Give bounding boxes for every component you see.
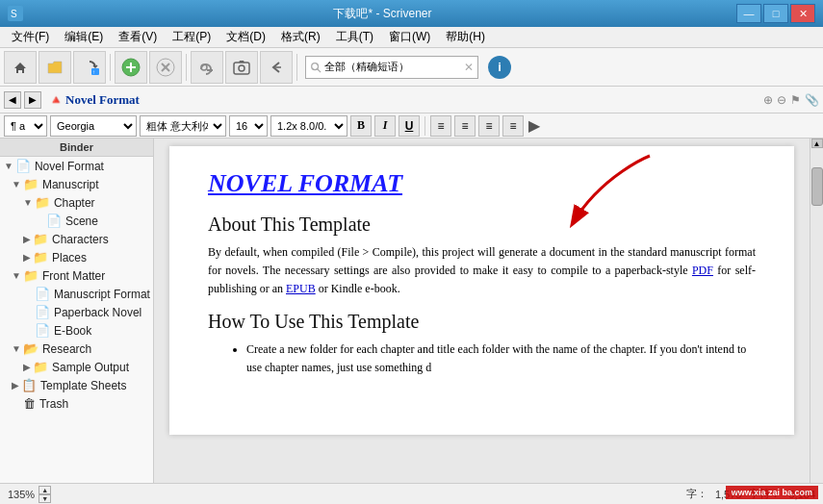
binder-content: ▼ 📄 Novel Format ▼ 📁 Manuscript ▼ 📁 Chap… (0, 157, 153, 483)
icon-ebook: 📄 (35, 323, 50, 338)
caret-places: ▶ (23, 252, 31, 263)
separator-2 (186, 54, 187, 81)
search-input[interactable] (324, 62, 464, 73)
label-trash: Trash (39, 397, 68, 411)
binder-item-manuscript[interactable]: ▼ 📁 Manuscript (0, 175, 153, 193)
info-button[interactable]: i (488, 56, 511, 79)
binder-item-novel-format[interactable]: ▼ 📄 Novel Format (0, 157, 153, 175)
paragraph-style-select[interactable]: ¶ a (4, 115, 47, 137)
zoom-up[interactable]: ▲ (39, 486, 51, 494)
caret-research: ▼ (12, 343, 21, 354)
binder-item-characters[interactable]: ▶ 📁 Characters (0, 230, 153, 248)
editor-area: Novel Format About This Template By defa… (154, 139, 823, 483)
editor-page: Novel Format About This Template By defa… (169, 146, 794, 435)
binder-item-manuscript-format[interactable]: ▼ 📄 Manuscript Format (0, 285, 153, 303)
search-box[interactable]: ✕ (305, 56, 478, 79)
more-button[interactable]: ▶ (528, 116, 540, 135)
icon-front-matter: 📁 (23, 268, 39, 283)
section-body-1: By default, when compiled (File > Compil… (208, 243, 756, 299)
bullet-item-1: Create a new folder for each chapter and… (246, 340, 756, 377)
close-button[interactable]: ✕ (790, 4, 815, 23)
align-center-button[interactable]: ≡ (454, 115, 476, 137)
svg-point-21 (312, 63, 319, 69)
menu-project[interactable]: 工程(P) (165, 27, 219, 47)
menu-window[interactable]: 窗口(W) (381, 27, 438, 47)
underline-button[interactable]: U (399, 115, 420, 137)
link-epub[interactable]: EPUB (286, 282, 316, 295)
font-family-select[interactable]: Georgia (50, 115, 137, 137)
bold-button[interactable]: B (350, 115, 372, 137)
binder-item-sample[interactable]: ▶ 📁 Sample Output (0, 358, 153, 376)
doc-title-display: 🔺 Novel Format (48, 92, 140, 108)
label-novel-format: Novel Format (35, 160, 104, 173)
binder-item-places[interactable]: ▶ 📁 Places (0, 248, 153, 266)
menu-format[interactable]: 格式(R) (273, 27, 328, 47)
font-size-select[interactable]: 16 (229, 115, 268, 137)
nav-prev-button[interactable]: ◀ (4, 91, 21, 109)
align-justify-button[interactable]: ≡ (502, 115, 524, 137)
binder-item-research[interactable]: ▼ 📂 Research (0, 340, 153, 358)
doc-control-4[interactable]: 📎 (805, 93, 819, 107)
zoom-control[interactable]: 135% ▲ ▼ (8, 486, 51, 503)
doc-control-3[interactable]: ⚑ (790, 93, 801, 107)
label-ms-format: Manuscript Format (54, 288, 150, 301)
label-template: Template Sheets (40, 379, 126, 392)
label-places: Places (52, 251, 87, 265)
zoom-down[interactable]: ▼ (39, 494, 51, 503)
menu-tools[interactable]: 工具(T) (328, 27, 381, 47)
menu-file[interactable]: 文件(F) (4, 27, 57, 47)
editor-scroll[interactable]: Novel Format About This Template By defa… (154, 139, 810, 483)
binder-item-ebook[interactable]: ▼ 📄 E-Book (0, 321, 153, 340)
doc-control-1[interactable]: ⊕ (763, 93, 773, 107)
font-weight-select[interactable]: 粗体 意大利体 (140, 115, 226, 137)
binder-item-trash[interactable]: ▼ 🗑 Trash (0, 394, 153, 413)
binder-item-template-sheets[interactable]: ▶ 📋 Template Sheets (0, 376, 153, 394)
icon-manuscript: 📁 (23, 177, 39, 191)
window-title: 下载吧* - Scrivener (29, 6, 736, 22)
menu-edit[interactable]: 编辑(E) (57, 27, 111, 47)
zoom-stepper[interactable]: ▲ ▼ (39, 486, 51, 503)
caret-sample: ▶ (23, 362, 31, 372)
maximize-button[interactable]: □ (763, 4, 788, 23)
menu-view[interactable]: 查看(V) (111, 27, 165, 47)
align-right-button[interactable]: ≡ (478, 115, 500, 137)
binder-item-front-matter[interactable]: ▼ 📁 Front Matter (0, 266, 153, 285)
label-scene: Scene (65, 214, 98, 228)
scrollbar[interactable]: ▲ (810, 139, 823, 483)
icon-ms-format: 📄 (35, 287, 50, 301)
icon-paperback: 📄 (35, 305, 50, 319)
line-spacing-select[interactable]: 1.2x 8.0/0. (270, 115, 347, 137)
icon-chapter: 📁 (35, 195, 50, 210)
caret-front-matter: ▼ (12, 270, 21, 281)
link-pdf[interactable]: PDF (692, 264, 713, 277)
doc-control-2[interactable]: ⊖ (777, 93, 786, 107)
separator-3 (296, 54, 297, 81)
icon-novel-format: 📄 (15, 159, 31, 173)
nav-next-button[interactable]: ▶ (24, 91, 41, 109)
binder-item-scene[interactable]: ▼ 📄 Scene (0, 212, 153, 230)
cancel-button[interactable] (149, 51, 182, 84)
separator-1 (110, 54, 111, 81)
scroll-up[interactable]: ▲ (811, 139, 823, 148)
window-controls[interactable]: — □ ✕ (736, 4, 815, 23)
refresh-button[interactable]: ↑ (73, 51, 106, 84)
doc-controls[interactable]: ⊕ ⊖ ⚑ 📎 (763, 93, 819, 107)
back-button[interactable] (260, 51, 293, 84)
italic-button[interactable]: I (374, 115, 396, 137)
key-button[interactable] (191, 51, 223, 84)
menu-document[interactable]: 文档(D) (219, 27, 273, 47)
search-clear-icon[interactable]: ✕ (464, 61, 474, 74)
home-button[interactable] (4, 51, 37, 84)
menu-help[interactable]: 帮助(H) (438, 27, 493, 47)
binder-panel: Binder ▼ 📄 Novel Format ▼ 📁 Manuscript ▼… (0, 139, 154, 483)
snapshot-button[interactable] (225, 51, 258, 84)
document-title: Novel Format (208, 169, 756, 198)
label-characters: Characters (52, 233, 109, 246)
add-button[interactable] (115, 51, 147, 84)
minimize-button[interactable]: — (736, 4, 761, 23)
binder-item-chapter[interactable]: ▼ 📁 Chapter (0, 193, 153, 212)
binder-item-paperback[interactable]: ▼ 📄 Paperback Novel (0, 303, 153, 321)
align-left-button[interactable]: ≡ (430, 115, 451, 137)
scroll-thumb[interactable] (811, 167, 823, 206)
folder-button[interactable] (39, 51, 71, 84)
